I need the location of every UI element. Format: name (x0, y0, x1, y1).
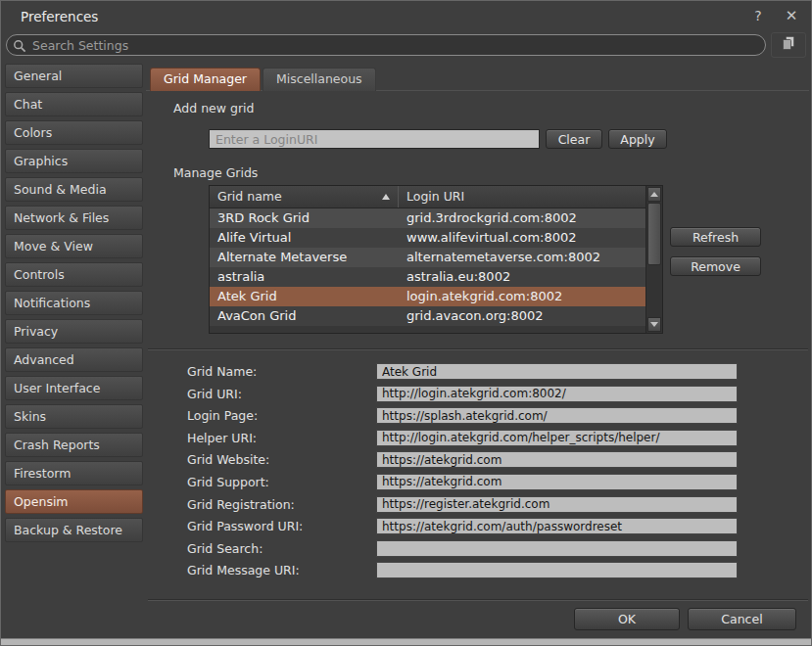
search-input[interactable] (6, 34, 766, 56)
copy-settings-button[interactable] (771, 32, 806, 58)
manage-grids-label: Manage Grids (173, 165, 258, 180)
sort-ascending-icon (382, 194, 390, 200)
column-header-grid-name[interactable]: Grid name (210, 186, 399, 208)
detail-row: Grid Registration: (187, 496, 738, 513)
sidebar-item-controls[interactable]: Controls (5, 262, 143, 287)
remove-button[interactable]: Remove (670, 256, 761, 276)
cell-grid-name: AvaCon Grid (210, 306, 399, 326)
sidebar-item-backup-restore[interactable]: Backup & Restore (5, 518, 143, 542)
scrollbar-thumb[interactable] (647, 203, 661, 265)
table-row-astralia[interactable]: astralia astralia.eu:8002 (210, 267, 645, 287)
grid-name-input[interactable] (376, 363, 738, 380)
grid-search-input[interactable] (376, 540, 738, 557)
grid-password-uri-label: Grid Password URI: (187, 519, 376, 533)
grid-support-label: Grid Support: (187, 475, 376, 489)
window-resize-edge[interactable] (1, 638, 811, 645)
divider (148, 599, 808, 601)
sidebar-item-notifications[interactable]: Notifications (5, 291, 143, 315)
sidebar-item-chat[interactable]: Chat (5, 92, 143, 116)
window-title: Preferences (21, 9, 98, 24)
sidebar-item-user-interface[interactable]: User Interface (5, 376, 143, 400)
sidebar-item-firestorm[interactable]: Firestorm (5, 461, 143, 485)
sidebar-item-crash-reports[interactable]: Crash Reports (5, 433, 143, 457)
table-scrollbar[interactable] (645, 186, 662, 333)
scroll-up-button[interactable] (647, 187, 661, 202)
grid-website-label: Grid Website: (187, 452, 376, 467)
divider (148, 348, 808, 350)
triangle-up-icon (650, 192, 658, 197)
scroll-down-button[interactable] (647, 317, 661, 332)
search-row (6, 33, 806, 57)
cell-login-uri: alternatemetaverse.com:8002 (399, 248, 645, 267)
grid-registration-input[interactable] (376, 496, 738, 513)
loginuri-input[interactable] (209, 129, 540, 149)
column-header-grid-name-label: Grid name (217, 189, 282, 204)
sidebar-item-privacy[interactable]: Privacy (5, 319, 143, 344)
grid-details-form: Grid Name: Grid URI: Login Page: Helper … (187, 363, 738, 584)
sidebar-item-sound-media[interactable]: Sound & Media (5, 177, 143, 202)
refresh-button[interactable]: Refresh (670, 227, 761, 247)
search-settings-field[interactable] (6, 34, 766, 56)
clear-button[interactable]: Clear (546, 129, 602, 149)
detail-row: Grid Website: (187, 451, 738, 468)
cell-login-uri: grid.3rdrockgrid.com:8002 (399, 208, 645, 228)
table-row-avacon-grid[interactable]: AvaCon Grid grid.avacon.org:8002 (210, 306, 645, 326)
cell-grid-name: Alife Virtual (210, 228, 399, 248)
table-row-3rd-rock-grid[interactable]: 3RD Rock Grid grid.3rdrockgrid.com:8002 (210, 208, 645, 228)
sidebar-item-general[interactable]: General (5, 64, 143, 88)
search-icon (13, 38, 26, 52)
login-page-label: Login Page: (187, 408, 376, 423)
opensim-tabs: Grid Manager Miscellaneous (150, 68, 376, 91)
sidebar-item-network-files[interactable]: Network & Files (5, 206, 143, 230)
titlebar[interactable]: Preferences ? ✕ (1, 1, 811, 30)
help-button[interactable]: ? (748, 6, 768, 25)
tab-grid-manager[interactable]: Grid Manager (150, 68, 261, 91)
ok-button[interactable]: OK (574, 608, 680, 630)
cell-login-uri: www.alifevirtual.com:8002 (399, 228, 645, 248)
tab-miscellaneous[interactable]: Miscellaneous (263, 68, 376, 91)
grid-message-uri-label: Grid Message URI: (187, 563, 376, 577)
detail-row: Helper URI: (187, 430, 738, 446)
add-new-grid-label: Add new grid (173, 101, 254, 115)
sidebar-item-advanced[interactable]: Advanced (5, 347, 143, 372)
apply-button[interactable]: Apply (608, 129, 667, 149)
table-row-alife-virtual[interactable]: Alife Virtual www.alifevirtual.com:8002 (210, 228, 645, 248)
grid-message-uri-input[interactable] (376, 562, 738, 578)
sidebar-item-colors[interactable]: Colors (5, 120, 143, 145)
grid-table-header: Grid name Login URI (210, 186, 645, 208)
grid-website-input[interactable] (376, 451, 738, 468)
close-button[interactable]: ✕ (782, 6, 801, 25)
detail-row: Login Page: (187, 407, 738, 424)
grid-table: Grid name Login URI 3RD Rock Grid grid.3… (209, 185, 663, 334)
cell-login-uri: astralia.eu:8002 (399, 267, 645, 287)
grid-table-rows: 3RD Rock Grid grid.3rdrockgrid.com:8002 … (210, 208, 645, 326)
column-header-login-uri[interactable]: Login URI (399, 186, 645, 208)
sidebar: General Chat Colors Graphics Sound & Med… (5, 64, 143, 546)
cell-grid-name: Alternate Metaverse (210, 248, 399, 267)
table-row-atek-grid-selected[interactable]: Atek Grid login.atekgrid.com:8002 (210, 287, 645, 306)
detail-row: Grid Message URI: (187, 562, 738, 578)
detail-row: Grid Name: (187, 363, 738, 380)
copy-icon (781, 35, 796, 55)
sidebar-item-move-view[interactable]: Move & View (5, 234, 143, 258)
cell-login-uri: grid.avacon.org:8002 (399, 306, 645, 326)
grid-uri-input[interactable] (376, 386, 738, 402)
grid-search-label: Grid Search: (187, 541, 376, 556)
preferences-window: Preferences ? ✕ General Chat (0, 0, 812, 646)
login-page-input[interactable] (376, 407, 738, 424)
grid-registration-label: Grid Registration: (187, 497, 376, 512)
helper-uri-label: Helper URI: (187, 431, 376, 445)
table-row-alternate-metaverse[interactable]: Alternate Metaverse alternatemetaverse.c… (210, 248, 645, 267)
sidebar-item-skins[interactable]: Skins (5, 404, 143, 429)
cancel-button[interactable]: Cancel (688, 608, 796, 630)
grid-password-uri-input[interactable] (376, 518, 738, 534)
detail-row: Grid Support: (187, 474, 738, 490)
triangle-down-icon (650, 322, 658, 327)
sidebar-item-graphics[interactable]: Graphics (5, 149, 143, 173)
grid-support-input[interactable] (376, 474, 738, 490)
cell-grid-name: 3RD Rock Grid (210, 208, 399, 228)
cell-grid-name: astralia (210, 267, 399, 287)
column-header-login-uri-label: Login URI (406, 189, 464, 204)
helper-uri-input[interactable] (376, 430, 738, 446)
sidebar-item-opensim[interactable]: Opensim (5, 489, 143, 514)
